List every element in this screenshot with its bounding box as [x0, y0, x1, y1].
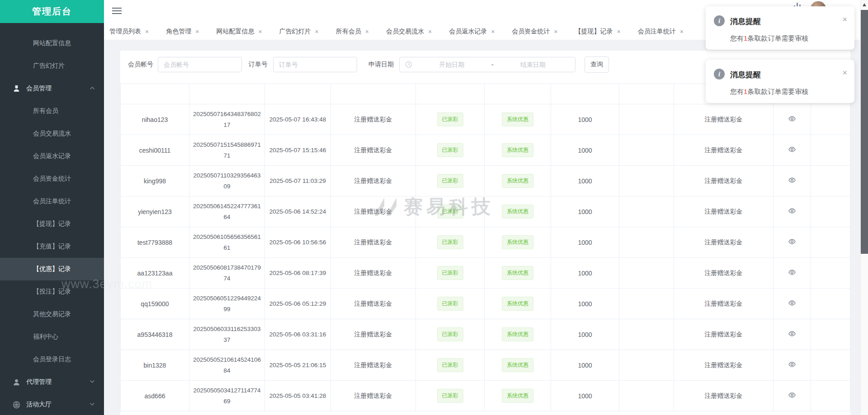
table-row[interactable]: asd666 2025050503412711477469 2025-05-05…	[121, 381, 850, 411]
order-input[interactable]	[273, 57, 357, 72]
eye-icon[interactable]	[788, 268, 796, 276]
tab-close-icon[interactable]: ×	[365, 28, 369, 35]
hamburger-icon[interactable]	[112, 8, 122, 15]
sidebar-item[interactable]: 【投注】记录	[0, 280, 104, 303]
type-badge: 系统优惠	[502, 297, 533, 311]
cell-status: 已派彩	[416, 289, 485, 319]
search-button[interactable]: 查询	[585, 56, 609, 73]
sidebar-item[interactable]: 其他交易记录	[0, 303, 104, 326]
tab-close-icon[interactable]: ×	[258, 28, 262, 35]
sidebar-item-label: 福利中心	[33, 333, 58, 341]
tab-close-icon[interactable]: ×	[554, 28, 557, 35]
tab-label: 网站配置信息	[216, 28, 254, 36]
tab[interactable]: 会员交易流水 ×	[386, 28, 432, 36]
cell-extra	[811, 319, 850, 350]
sidebar-item[interactable]: 会员注单统计	[0, 190, 104, 213]
clock-icon	[405, 61, 412, 68]
sidebar-item-label: 会员注单统计	[33, 197, 71, 205]
eye-icon[interactable]	[788, 360, 796, 368]
tab[interactable]: 角色管理 ×	[166, 28, 199, 36]
sidebar-item[interactable]: 【提现】记录	[0, 213, 104, 235]
sidebar-item[interactable]: 会员管理	[0, 77, 104, 100]
cell-ip	[619, 196, 674, 227]
sidebar-item[interactable]: 福利中心	[0, 326, 104, 348]
sidebar-item[interactable]: 【充值】记录	[0, 235, 104, 258]
eye-icon[interactable]	[788, 176, 796, 184]
cell-status: 已派彩	[416, 104, 485, 135]
table-row[interactable]: aa123123aa 2025050608173847017974 2025-0…	[121, 258, 850, 289]
vertical-scrollbar[interactable]	[860, 0, 868, 415]
eye-icon[interactable]	[788, 145, 796, 154]
cell-date: 2025-05-06 14:52:24	[265, 196, 331, 227]
sidebar-item[interactable]: 会员返水记录	[0, 145, 104, 168]
tab[interactable]: 会员资金统计 ×	[512, 28, 557, 36]
cell-account: king998	[121, 166, 189, 196]
cell-date: 2025-05-06 10:56:56	[265, 227, 331, 258]
eye-icon[interactable]	[788, 115, 796, 123]
sidebar-item-label: 【提现】记录	[33, 220, 71, 228]
tab-close-icon[interactable]: ×	[428, 28, 432, 35]
eye-icon[interactable]	[788, 391, 796, 399]
info-icon: i	[714, 69, 725, 79]
tab-close-icon[interactable]: ×	[315, 28, 319, 35]
scrollbar-thumb[interactable]	[861, 10, 868, 254]
tab[interactable]: 广告幻灯片 ×	[279, 28, 319, 36]
table-row[interactable]: qq159000 2025050605122944922499 2025-05-…	[121, 289, 850, 319]
account-input[interactable]	[158, 57, 242, 72]
status-badge: 已派彩	[437, 143, 463, 157]
eye-icon[interactable]	[788, 299, 796, 307]
admin-app: 管理后台 网站配置信息	[0, 0, 868, 415]
tab[interactable]: 所有会员 ×	[336, 28, 369, 36]
chevron-icon	[90, 85, 95, 90]
records-table: nihao123 2025050716434837680217 2025-05-…	[120, 84, 850, 411]
cell-type: 系统优惠	[485, 135, 551, 166]
cell-extra	[811, 258, 850, 289]
cell-date: 2025-05-07 16:43:48	[265, 104, 331, 135]
tab[interactable]: 会员返水记录 ×	[449, 28, 495, 36]
tab[interactable]: 会员注单统计 ×	[638, 28, 684, 36]
toast-message-suffix: 条取款订单需要审核	[747, 34, 808, 42]
sidebar-item[interactable]: 会员交易流水	[0, 122, 104, 145]
date-range-picker[interactable]: -	[399, 57, 576, 72]
date-start-input[interactable]	[415, 61, 489, 69]
cell-action	[774, 227, 811, 258]
tab[interactable]: 管理员列表 ×	[109, 28, 149, 36]
eye-icon[interactable]	[788, 238, 796, 246]
cell-status: 已派彩	[416, 135, 485, 166]
close-icon[interactable]: ×	[842, 69, 847, 77]
table-row[interactable]: ceshi00111 2025050715154588697171 2025-0…	[121, 135, 850, 166]
sidebar-item[interactable]: 代理管理	[0, 371, 104, 393]
scroll-up-icon[interactable]	[863, 3, 866, 6]
sidebar-item[interactable]: 【优惠】记录	[0, 258, 104, 280]
table-row[interactable]: test7793888 2025050610565635656161 2025-…	[121, 227, 850, 258]
tab[interactable]: 网站配置信息 ×	[216, 28, 262, 36]
table-row[interactable]: king998 2025050711032935646309 2025-05-0…	[121, 166, 850, 196]
eye-icon[interactable]	[788, 330, 796, 338]
cell-account: yienyien123	[121, 196, 189, 227]
column-header	[121, 84, 189, 104]
sidebar-item[interactable]: 会员资金统计	[0, 168, 104, 190]
close-icon[interactable]: ×	[842, 15, 847, 23]
sidebar-item[interactable]: 活动大厅	[0, 393, 104, 415]
member-icon	[13, 85, 20, 93]
sidebar-item[interactable]: 广告幻灯片	[0, 55, 104, 77]
cell-status: 已派彩	[416, 196, 485, 227]
sidebar-item[interactable]: 会员登录日志	[0, 348, 104, 371]
tab-close-icon[interactable]: ×	[145, 28, 149, 35]
tab-close-icon[interactable]: ×	[680, 28, 684, 35]
eye-icon[interactable]	[788, 207, 796, 215]
tab-close-icon[interactable]: ×	[195, 28, 199, 35]
tab-close-icon[interactable]: ×	[491, 28, 495, 35]
notification-stack: i 消息提醒 × 您有1条取款订单需要审核 i 消息提醒 × 您有1条取款订单需…	[706, 6, 854, 103]
sidebar-item[interactable]: 网站配置信息	[0, 32, 104, 55]
tab[interactable]: 【提现】记录 ×	[575, 28, 621, 36]
table-row[interactable]: bin1328 2025050521061452410684 2025-05-0…	[121, 350, 850, 381]
table-row[interactable]: nihao123 2025050716434837680217 2025-05-…	[121, 104, 850, 135]
tab-close-icon[interactable]: ×	[617, 28, 621, 35]
cell-type: 系统优惠	[485, 104, 551, 135]
cell-order-no: 2025050503412711477469	[189, 381, 265, 411]
sidebar-item[interactable]: 所有会员	[0, 100, 104, 122]
table-row[interactable]: yienyien123 2025050614522477736164 2025-…	[121, 196, 850, 227]
table-row[interactable]: a953446318 2025050603311625330337 2025-0…	[121, 319, 850, 350]
date-end-input[interactable]	[496, 61, 570, 69]
